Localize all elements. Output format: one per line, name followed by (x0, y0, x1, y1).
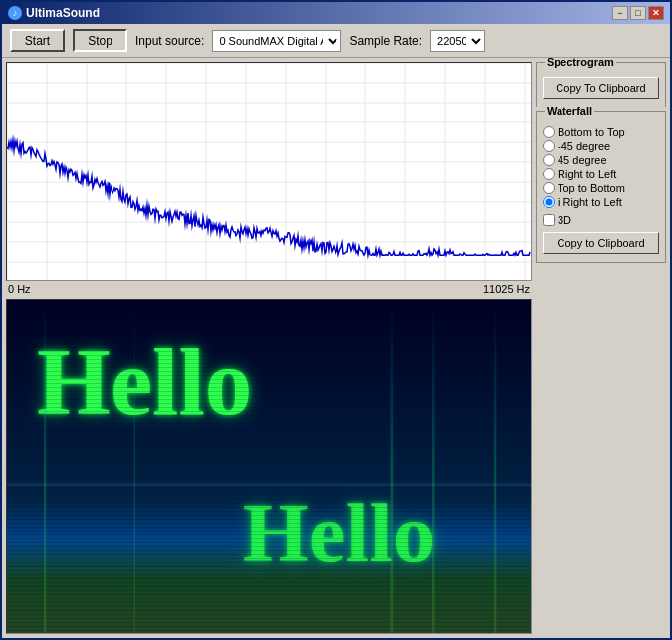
right-panel: Spectrogram Copy To Clipboard Waterfall … (536, 58, 670, 638)
input-source-label: Input source: (135, 34, 204, 48)
spectrogram-group-title: Spectrogram (545, 58, 616, 68)
radio-right-to-left[interactable]: Right to Left (543, 168, 659, 180)
title-controls: − □ ✕ (612, 6, 664, 20)
radio-pos45[interactable]: 45 degree (543, 154, 659, 166)
app-window: ♪ UltimaSound − □ ✕ Start Stop Input sou… (0, 0, 672, 640)
window-title: UltimaSound (26, 6, 100, 20)
radio-neg45[interactable]: -45 degree (543, 140, 659, 152)
radio-top-to-bottom[interactable]: Top to Bottom (543, 182, 659, 194)
left-panel: 0 Hz 11025 Hz (2, 58, 536, 638)
copy-to-clipboard-button[interactable]: Copy To Clipboard (543, 77, 659, 99)
title-bar: ♪ UltimaSound − □ ✕ (2, 2, 670, 24)
sample-rate-select[interactable]: 22050 44100 8000 11025 (430, 30, 485, 52)
checkbox-3d[interactable]: 3D (543, 214, 659, 226)
waterfall-display (6, 299, 532, 634)
waterfall-group: Waterfall Bottom to Top -45 degree 45 de… (536, 111, 666, 263)
app-icon: ♪ (8, 6, 22, 20)
stop-button[interactable]: Stop (73, 29, 127, 52)
copy-clipboard-button[interactable]: Copy to Clipboard (543, 232, 659, 254)
waterfall-canvas (7, 300, 531, 633)
close-button[interactable]: ✕ (648, 6, 664, 20)
title-bar-left: ♪ UltimaSound (8, 6, 100, 20)
toolbar: Start Stop Input source: 0 SoundMAX Digi… (2, 24, 670, 58)
minimize-button[interactable]: − (612, 6, 628, 20)
waterfall-group-title: Waterfall (545, 106, 594, 117)
spectrum-footer: 0 Hz 11025 Hz (2, 281, 536, 297)
maximize-button[interactable]: □ (630, 6, 646, 20)
waterfall-radio-group: Bottom to Top -45 degree 45 degree Right… (543, 126, 659, 208)
spectrogram-group: Spectrogram Copy To Clipboard (536, 62, 666, 107)
input-source-select[interactable]: 0 SoundMAX Digital Audio (212, 30, 341, 52)
spectrum-freq-right: 11025 Hz (483, 283, 530, 295)
spectrum-freq-left: 0 Hz (8, 283, 31, 295)
main-content: 0 Hz 11025 Hz Spectrogram Copy To Clipbo… (2, 58, 670, 638)
radio-bottom-to-top[interactable]: Bottom to Top (543, 126, 659, 138)
spectrum-display (6, 62, 532, 281)
spectrum-canvas (7, 63, 531, 280)
sample-rate-label: Sample Rate: (349, 34, 422, 48)
radio-i-right-to-left[interactable]: i Right to Left (543, 196, 659, 208)
start-button[interactable]: Start (10, 29, 65, 52)
